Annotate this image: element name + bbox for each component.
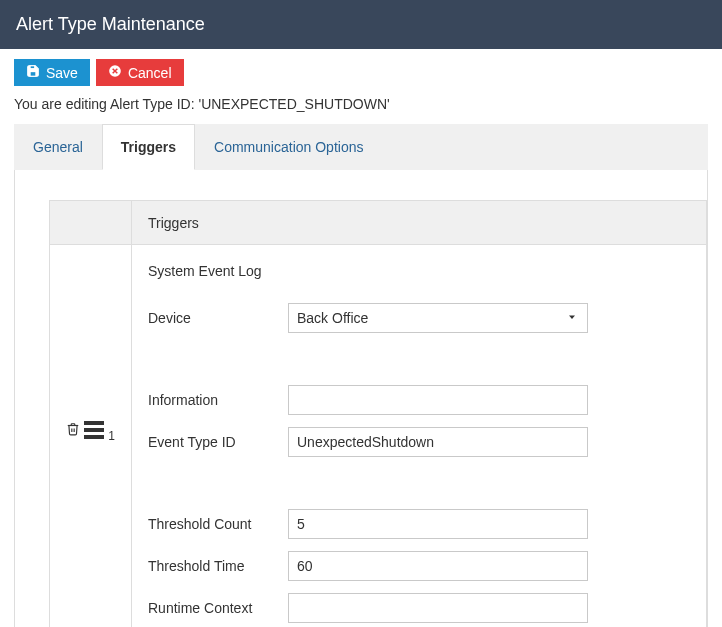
triggers-table: 1 Triggers System Event Log Device — [49, 200, 707, 627]
row-tools: 1 — [50, 421, 131, 439]
svg-rect-0 — [30, 66, 35, 69]
threshold-count-input[interactable] — [288, 509, 588, 539]
runtime-context-label: Runtime Context — [148, 600, 288, 616]
tab-general[interactable]: General — [14, 124, 102, 170]
row-index: 1 — [108, 429, 115, 443]
threshold-time-label: Threshold Time — [148, 558, 288, 574]
save-button[interactable]: Save — [14, 59, 90, 86]
triggers-row-content: Triggers System Event Log Device — [132, 201, 706, 627]
device-select-wrap — [288, 303, 588, 333]
event-type-id-input[interactable] — [288, 427, 588, 457]
event-type-id-label: Event Type ID — [148, 434, 288, 450]
device-label: Device — [148, 310, 288, 326]
tab-triggers-label: Triggers — [121, 139, 176, 155]
svg-rect-1 — [30, 72, 36, 77]
runtime-context-input[interactable] — [288, 593, 588, 623]
trigger-form: System Event Log Device Information — [132, 245, 706, 623]
information-label: Information — [148, 392, 288, 408]
tab-strip: General Triggers Communication Options — [14, 124, 708, 170]
save-button-label: Save — [46, 65, 78, 81]
field-row-information: Information — [148, 385, 690, 415]
toolbar: Save Cancel — [0, 49, 722, 92]
gutter-header — [50, 201, 131, 245]
tab-content-triggers: 1 Triggers System Event Log Device — [14, 170, 708, 627]
cancel-icon — [108, 64, 122, 81]
save-icon — [26, 64, 40, 81]
editing-message: You are editing Alert Type ID: 'UNEXPECT… — [0, 92, 722, 124]
triggers-row-gutter: 1 — [50, 201, 132, 627]
field-row-runtime-context: Runtime Context — [148, 593, 690, 623]
threshold-time-input[interactable] — [288, 551, 588, 581]
cancel-button[interactable]: Cancel — [96, 59, 184, 86]
tab-general-label: General — [33, 139, 83, 155]
trigger-section-title: System Event Log — [148, 263, 690, 279]
page-title: Alert Type Maintenance — [16, 14, 205, 34]
page-header: Alert Type Maintenance — [0, 0, 722, 49]
threshold-count-label: Threshold Count — [148, 516, 288, 532]
drag-handle-icon[interactable] — [84, 421, 104, 439]
field-row-threshold-time: Threshold Time — [148, 551, 690, 581]
triggers-column-header-label: Triggers — [148, 215, 199, 231]
tab-communication-options-label: Communication Options — [214, 139, 363, 155]
triggers-column-header: Triggers — [132, 201, 706, 245]
tab-communication-options[interactable]: Communication Options — [195, 124, 382, 170]
field-row-threshold-count: Threshold Count — [148, 509, 690, 539]
cancel-button-label: Cancel — [128, 65, 172, 81]
trash-icon[interactable] — [66, 422, 80, 439]
field-row-device: Device — [148, 303, 690, 333]
tab-triggers[interactable]: Triggers — [102, 124, 195, 170]
device-select[interactable] — [288, 303, 588, 333]
field-row-event-type-id: Event Type ID — [148, 427, 690, 457]
information-input[interactable] — [288, 385, 588, 415]
